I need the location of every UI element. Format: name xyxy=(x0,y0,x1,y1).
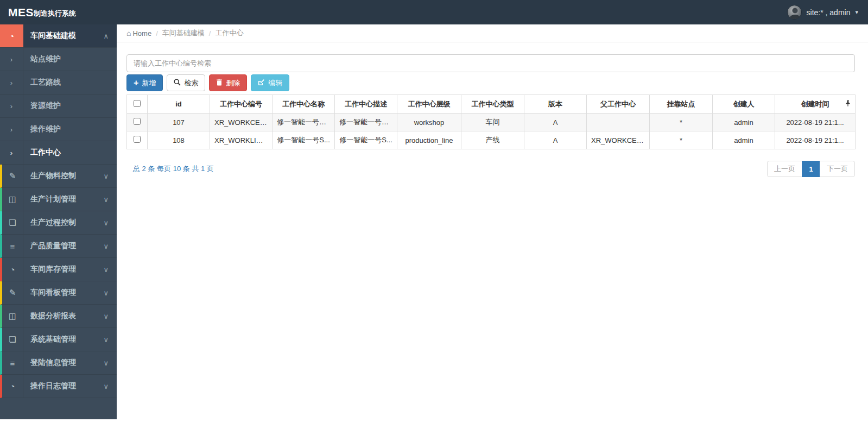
search-input[interactable] xyxy=(126,54,855,72)
chevron-down-icon: ∨ xyxy=(103,172,109,180)
main-content: + 新增 检索 删除 编辑 xyxy=(117,42,868,422)
chevron-down-icon: ∨ xyxy=(103,242,109,250)
chevron-down-icon: ∨ xyxy=(103,219,109,227)
chevron-right-icon: › xyxy=(0,71,23,94)
sidebar-subitem-work-center[interactable]: › 工作中心 xyxy=(0,141,117,165)
cell-creator: admin xyxy=(713,114,775,131)
sidebar-subitem-process-route[interactable]: › 工艺路线 xyxy=(0,71,117,95)
page-1-button[interactable]: 1 xyxy=(802,161,820,177)
select-all-checkbox[interactable] xyxy=(134,100,141,107)
sidebar-item-production-plan[interactable]: ◫ 生产计划管理 ∨ xyxy=(0,188,117,211)
top-navbar: MES 制造执行系统 site:* , admin ▾ xyxy=(0,0,868,24)
list-icon: ≡ xyxy=(2,351,23,374)
col-header-desc: 工作中心描述 xyxy=(335,95,397,114)
home-icon: ⌂ xyxy=(126,29,131,37)
cell-id: 108 xyxy=(148,131,210,149)
sidebar-subitem-label: 站点维护 xyxy=(30,54,61,64)
breadcrumb-separator: / xyxy=(209,29,211,37)
cell-code: XR_WORKLINE... xyxy=(210,131,273,149)
tachometer-icon: ◔ xyxy=(2,375,23,398)
chevron-down-icon: ∨ xyxy=(103,289,109,297)
plus-icon: + xyxy=(134,79,138,87)
chevron-down-icon: ∨ xyxy=(103,196,109,204)
sidebar-subitem-station-maintenance[interactable]: › 站点维护 xyxy=(0,48,117,71)
edit-button[interactable]: 编辑 xyxy=(251,74,289,91)
breadcrumb-home-link[interactable]: ⌂ Home xyxy=(126,29,151,37)
table-row[interactable]: 107 XR_WORKCEN... 修一智能一号车间 修一智能一号车间 work… xyxy=(127,114,856,131)
col-header-code: 工作中心编号 xyxy=(210,95,273,114)
sidebar-item-label: 生产物料控制 xyxy=(30,171,76,181)
search-icon xyxy=(174,79,181,87)
sidebar-subitem-resource-maintenance[interactable]: › 资源维护 xyxy=(0,95,117,118)
sidebar-item-system-management[interactable]: ❏ 系统基础管理 ∨ xyxy=(0,328,117,351)
breadcrumb-item-current: 工作中心 xyxy=(215,28,243,38)
col-header-type: 工作中心类型 xyxy=(461,95,524,114)
cell-parent: XR_WORKCEN... xyxy=(587,131,650,149)
app-window: MES 制造执行系统 site:* , admin ▾ ◔ 车间基础建模 ∧ ›… xyxy=(0,0,868,422)
cell-station: * xyxy=(650,114,713,131)
caret-down-icon: ▾ xyxy=(855,9,858,16)
cell-level: workshop xyxy=(397,114,461,131)
sidebar-item-quality-management[interactable]: ≡ 产品质量管理 ∨ xyxy=(0,235,117,258)
sidebar-item-label: 操作日志管理 xyxy=(30,381,76,391)
chevron-up-icon: ∧ xyxy=(103,32,109,40)
cell-created-time: 2022-08-19 21:1... xyxy=(775,131,856,149)
sidebar-item-label: 生产计划管理 xyxy=(30,194,76,204)
row-checkbox[interactable] xyxy=(134,136,141,143)
next-page-button[interactable]: 下一页 xyxy=(820,161,855,177)
delete-button-label: 删除 xyxy=(226,78,240,88)
breadcrumb-home-label: Home xyxy=(132,29,151,37)
breadcrumb-item[interactable]: 车间基础建模 xyxy=(162,28,205,38)
sidebar-item-inventory-management[interactable]: ◔ 车间库存管理 ∨ xyxy=(0,258,117,281)
pin-icon[interactable] xyxy=(845,100,851,108)
edit-icon xyxy=(258,79,265,87)
sidebar-item-label: 生产过程控制 xyxy=(30,218,76,228)
app-logo[interactable]: MES 制造执行系统 xyxy=(8,0,76,24)
book-icon: ❏ xyxy=(2,328,23,351)
pagination-bar: 总 2 条 每页 10 条 共 1 页 上一页 1 下一页 xyxy=(126,161,855,177)
col-header-id: id xyxy=(148,95,210,114)
pager: 上一页 1 下一页 xyxy=(767,161,855,177)
columns-icon: ◫ xyxy=(2,188,23,211)
edit-button-label: 编辑 xyxy=(268,78,282,88)
add-button[interactable]: + 新增 xyxy=(126,74,163,91)
sidebar-subitem-label: 工作中心 xyxy=(30,148,61,158)
brand-bold: MES xyxy=(8,6,34,19)
list-icon: ≡ xyxy=(2,235,23,257)
chevron-down-icon: ∨ xyxy=(103,359,109,367)
edit-icon: ✎ xyxy=(2,165,23,187)
tachometer-icon: ◔ xyxy=(2,258,23,281)
delete-button[interactable]: 删除 xyxy=(209,74,247,91)
sidebar-item-data-analysis[interactable]: ◫ 数据分析报表 ∨ xyxy=(0,305,117,328)
sidebar-item-login-info[interactable]: ≡ 登陆信息管理 ∨ xyxy=(0,351,117,375)
search-button[interactable]: 检索 xyxy=(167,74,205,91)
sidebar-subitem-operation-maintenance[interactable]: › 操作维护 xyxy=(0,118,117,141)
cell-version: A xyxy=(524,114,587,131)
row-checkbox[interactable] xyxy=(134,118,141,125)
sidebar-item-process-control[interactable]: ❏ 生产过程控制 ∨ xyxy=(0,211,117,235)
sidebar-item-label: 系统基础管理 xyxy=(30,335,76,344)
cell-level: production_line xyxy=(397,131,461,149)
toolbar: + 新增 检索 删除 编辑 xyxy=(126,74,855,91)
breadcrumb-separator: / xyxy=(156,29,158,37)
cell-desc: 修一智能一号S... xyxy=(335,131,397,149)
sidebar-item-operation-log[interactable]: ◔ 操作日志管理 ∨ xyxy=(0,375,117,398)
work-center-table: id 工作中心编号 工作中心名称 工作中心描述 工作中心层级 工作中心类型 版本… xyxy=(126,95,856,149)
sidebar-item-material-control[interactable]: ✎ 生产物料控制 ∨ xyxy=(0,165,117,188)
cell-type: 产线 xyxy=(461,131,524,149)
sidebar-subitem-label: 操作维护 xyxy=(30,124,61,134)
sidebar-item-label: 登陆信息管理 xyxy=(30,358,76,368)
cell-name: 修一智能一号S... xyxy=(273,131,335,149)
chevron-down-icon: ∨ xyxy=(103,382,109,390)
user-menu[interactable]: site:* , admin ▾ xyxy=(787,0,858,24)
table-row[interactable]: 108 XR_WORKLINE... 修一智能一号S... 修一智能一号S...… xyxy=(127,131,856,149)
cell-code: XR_WORKCEN... xyxy=(210,114,273,131)
prev-page-button[interactable]: 上一页 xyxy=(767,161,802,177)
sidebar-item-label: 车间看板管理 xyxy=(30,288,76,298)
cell-desc: 修一智能一号车间 xyxy=(335,114,397,131)
cell-id: 107 xyxy=(148,114,210,131)
sidebar-item-kanban-management[interactable]: ✎ 车间看板管理 ∨ xyxy=(0,281,117,305)
col-header-creator: 创建人 xyxy=(713,95,775,114)
sidebar-item-workshop-modeling[interactable]: ◔ 车间基础建模 ∧ xyxy=(0,24,117,48)
search-button-label: 检索 xyxy=(184,78,198,88)
